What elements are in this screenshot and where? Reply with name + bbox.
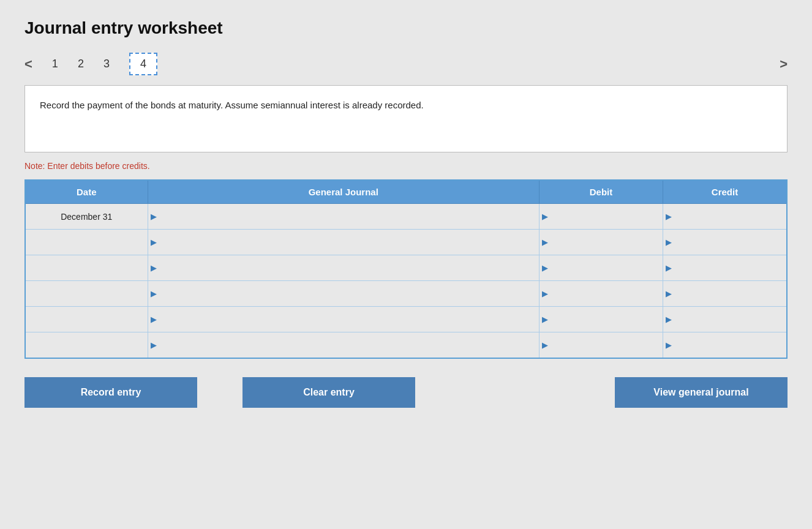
input-journal-4[interactable] <box>157 307 539 332</box>
arrow-journal-0: ▶ <box>151 212 157 221</box>
arrow-debit-2: ▶ <box>542 263 548 272</box>
page-title: Journal entry worksheet <box>24 18 788 38</box>
cell-journal-3[interactable]: ▶ <box>148 281 539 307</box>
input-journal-3[interactable] <box>157 281 539 306</box>
input-credit-2[interactable] <box>672 255 786 280</box>
header-date: Date <box>25 180 148 204</box>
arrow-journal-3: ▶ <box>151 289 157 298</box>
nav-row: < 1 2 3 4 > <box>24 53 788 75</box>
cell-journal-4[interactable]: ▶ <box>148 307 539 332</box>
table-row: December 31▶▶▶ <box>25 204 787 230</box>
instruction-box: Record the payment of the bonds at matur… <box>24 85 788 152</box>
cell-date-0: December 31 <box>25 204 148 230</box>
cell-debit-5[interactable]: ▶ <box>539 332 663 358</box>
arrow-debit-4: ▶ <box>542 315 548 324</box>
arrow-credit-1: ▶ <box>666 238 672 247</box>
input-journal-1[interactable] <box>157 230 539 255</box>
record-entry-button[interactable]: Record entry <box>24 377 197 408</box>
input-journal-5[interactable] <box>157 332 539 358</box>
cell-credit-1[interactable]: ▶ <box>663 230 788 255</box>
header-credit: Credit <box>663 180 788 204</box>
arrow-credit-5: ▶ <box>666 340 672 350</box>
note-text: Note: Enter debits before credits. <box>24 161 788 171</box>
cell-debit-4[interactable]: ▶ <box>539 307 663 332</box>
input-credit-4[interactable] <box>672 307 786 332</box>
nav-item-2[interactable]: 2 <box>78 58 84 70</box>
table-row: ▶▶▶ <box>25 281 787 307</box>
prev-arrow[interactable]: < <box>24 56 32 72</box>
arrow-debit-1: ▶ <box>542 238 548 247</box>
nav-item-1[interactable]: 1 <box>52 58 58 70</box>
table-header-row: Date General Journal Debit Credit <box>25 180 787 204</box>
cell-credit-4[interactable]: ▶ <box>663 307 788 332</box>
input-credit-3[interactable] <box>672 281 786 306</box>
journal-table: Date General Journal Debit Credit Decemb… <box>24 179 788 359</box>
clear-entry-button[interactable]: Clear entry <box>242 377 415 408</box>
input-debit-2[interactable] <box>548 255 663 280</box>
next-arrow[interactable]: > <box>780 56 788 72</box>
cell-credit-3[interactable]: ▶ <box>663 281 788 307</box>
arrow-journal-4: ▶ <box>151 315 157 324</box>
arrow-debit-3: ▶ <box>542 289 548 298</box>
input-credit-1[interactable] <box>672 230 786 255</box>
input-debit-4[interactable] <box>548 307 663 332</box>
cell-journal-0[interactable]: ▶ <box>148 204 539 230</box>
main-container: Journal entry worksheet < 1 2 3 4 > Reco… <box>0 0 812 529</box>
cell-debit-3[interactable]: ▶ <box>539 281 663 307</box>
arrow-journal-2: ▶ <box>151 263 157 272</box>
arrow-credit-4: ▶ <box>666 315 672 324</box>
table-row: ▶▶▶ <box>25 230 787 255</box>
input-journal-2[interactable] <box>157 255 539 280</box>
input-debit-0[interactable] <box>548 204 663 229</box>
arrow-debit-0: ▶ <box>542 212 548 221</box>
table-row: ▶▶▶ <box>25 307 787 332</box>
cell-date-5 <box>25 332 148 358</box>
input-credit-0[interactable] <box>672 204 786 229</box>
instruction-text: Record the payment of the bonds at matur… <box>40 100 424 110</box>
bottom-buttons: Record entry Clear entry View general jo… <box>24 377 788 408</box>
cell-journal-5[interactable]: ▶ <box>148 332 539 358</box>
table-row: ▶▶▶ <box>25 332 787 358</box>
cell-debit-1[interactable]: ▶ <box>539 230 663 255</box>
input-debit-5[interactable] <box>548 332 663 358</box>
cell-date-4 <box>25 307 148 332</box>
arrow-debit-5: ▶ <box>542 340 548 350</box>
arrow-credit-3: ▶ <box>666 289 672 298</box>
table-row: ▶▶▶ <box>25 255 787 281</box>
cell-date-1 <box>25 230 148 255</box>
cell-debit-2[interactable]: ▶ <box>539 255 663 281</box>
cell-debit-0[interactable]: ▶ <box>539 204 663 230</box>
input-debit-1[interactable] <box>548 230 663 255</box>
header-debit: Debit <box>539 180 663 204</box>
arrow-journal-1: ▶ <box>151 238 157 247</box>
cell-credit-2[interactable]: ▶ <box>663 255 788 281</box>
input-debit-3[interactable] <box>548 281 663 306</box>
arrow-journal-5: ▶ <box>151 340 157 350</box>
cell-credit-5[interactable]: ▶ <box>663 332 788 358</box>
cell-credit-0[interactable]: ▶ <box>663 204 788 230</box>
input-credit-5[interactable] <box>672 332 786 358</box>
input-journal-0[interactable] <box>157 204 539 229</box>
arrow-credit-0: ▶ <box>666 212 672 221</box>
nav-item-4-active[interactable]: 4 <box>129 53 157 75</box>
cell-journal-1[interactable]: ▶ <box>148 230 539 255</box>
cell-date-3 <box>25 281 148 307</box>
nav-item-3[interactable]: 3 <box>103 58 110 70</box>
header-journal: General Journal <box>148 180 539 204</box>
arrow-credit-2: ▶ <box>666 263 672 272</box>
cell-date-2 <box>25 255 148 281</box>
cell-journal-2[interactable]: ▶ <box>148 255 539 281</box>
view-general-journal-button[interactable]: View general journal <box>615 377 788 408</box>
